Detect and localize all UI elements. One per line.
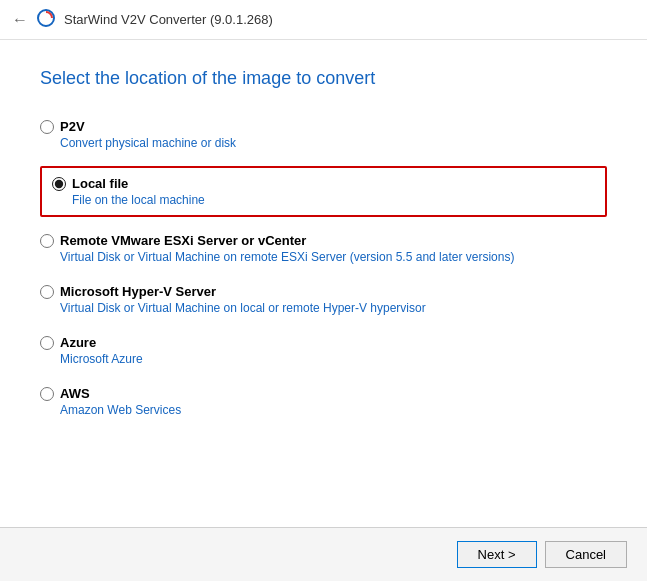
option-item-aws[interactable]: AWSAmazon Web Services	[40, 384, 607, 419]
option-item-hyper-v[interactable]: Microsoft Hyper-V ServerVirtual Disk or …	[40, 282, 607, 317]
option-item-azure[interactable]: AzureMicrosoft Azure	[40, 333, 607, 368]
option-desc-p2v: Convert physical machine or disk	[60, 136, 607, 150]
radio-hyper-v[interactable]	[40, 285, 54, 299]
option-item-remote-vmware[interactable]: Remote VMware ESXi Server or vCenterVirt…	[40, 231, 607, 266]
next-button[interactable]: Next >	[457, 541, 537, 568]
footer: Next > Cancel	[0, 527, 647, 581]
option-title-aws: AWS	[60, 386, 90, 401]
option-title-azure: Azure	[60, 335, 96, 350]
radio-aws[interactable]	[40, 387, 54, 401]
option-desc-remote-vmware: Virtual Disk or Virtual Machine on remot…	[60, 250, 607, 264]
option-title-local-file: Local file	[72, 176, 128, 191]
option-desc-hyper-v: Virtual Disk or Virtual Machine on local…	[60, 301, 607, 315]
app-title: StarWind V2V Converter (9.0.1.268)	[64, 12, 273, 27]
app-logo	[36, 8, 56, 31]
radio-local-file[interactable]	[52, 177, 66, 191]
option-desc-local-file: File on the local machine	[72, 193, 595, 207]
options-list: P2VConvert physical machine or diskLocal…	[40, 117, 607, 419]
cancel-button[interactable]: Cancel	[545, 541, 627, 568]
option-item-local-file[interactable]: Local fileFile on the local machine	[40, 166, 607, 217]
radio-azure[interactable]	[40, 336, 54, 350]
option-title-hyper-v: Microsoft Hyper-V Server	[60, 284, 216, 299]
back-button[interactable]: ←	[12, 11, 28, 29]
option-title-p2v: P2V	[60, 119, 85, 134]
main-content: Select the location of the image to conv…	[0, 40, 647, 447]
option-desc-aws: Amazon Web Services	[60, 403, 607, 417]
option-desc-azure: Microsoft Azure	[60, 352, 607, 366]
option-item-p2v[interactable]: P2VConvert physical machine or disk	[40, 117, 607, 152]
title-bar: ← StarWind V2V Converter (9.0.1.268)	[0, 0, 647, 40]
radio-p2v[interactable]	[40, 120, 54, 134]
page-heading: Select the location of the image to conv…	[40, 68, 607, 89]
radio-remote-vmware[interactable]	[40, 234, 54, 248]
option-title-remote-vmware: Remote VMware ESXi Server or vCenter	[60, 233, 306, 248]
